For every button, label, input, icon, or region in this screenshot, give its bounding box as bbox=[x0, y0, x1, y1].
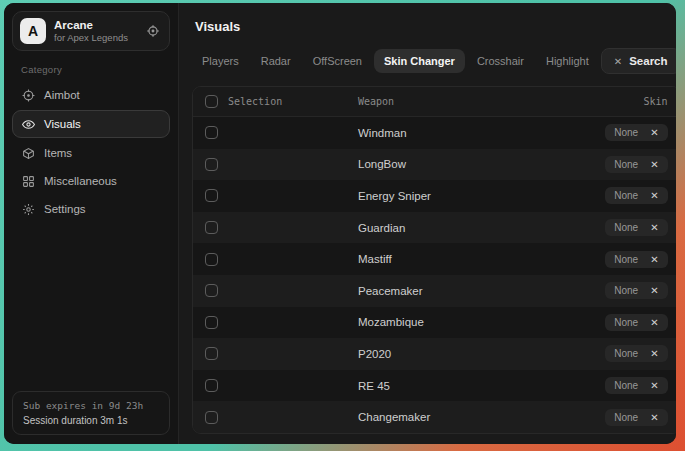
brand-logo: A bbox=[20, 18, 46, 44]
row-checkbox[interactable] bbox=[205, 379, 218, 392]
clear-skin-icon[interactable]: ✕ bbox=[650, 127, 658, 138]
table-header: Selection Weapon Skin bbox=[193, 87, 676, 117]
sidebar-item-aimbot[interactable]: Aimbot bbox=[12, 82, 170, 108]
brand-name: Arcane bbox=[54, 18, 128, 32]
category-label: Category bbox=[21, 64, 178, 75]
weapon-name: Windman bbox=[358, 127, 407, 139]
skin-value: None bbox=[614, 412, 638, 423]
clear-skin-icon[interactable]: ✕ bbox=[650, 222, 658, 233]
eye-icon bbox=[22, 118, 35, 131]
tab-highlight[interactable]: Highlight bbox=[536, 49, 599, 73]
weapon-name: Peacemaker bbox=[358, 285, 423, 297]
row-checkbox[interactable] bbox=[205, 126, 218, 139]
weapon-name: Mozambique bbox=[358, 316, 424, 328]
sidebar-item-items[interactable]: Items bbox=[12, 140, 170, 166]
row-checkbox[interactable] bbox=[205, 158, 218, 171]
skin-value: None bbox=[614, 285, 638, 296]
weapon-name: Guardian bbox=[358, 222, 405, 234]
target-icon[interactable] bbox=[146, 24, 160, 38]
row-checkbox[interactable] bbox=[205, 316, 218, 329]
main-panel: Visuals Players Radar OffScreen Skin Cha… bbox=[178, 3, 676, 444]
clear-skin-icon[interactable]: ✕ bbox=[650, 254, 658, 265]
weapon-name: P2020 bbox=[358, 348, 391, 360]
app-window: A Arcane for Apex Legends Category bbox=[4, 3, 676, 444]
table-row: Mozambique None ✕ bbox=[193, 307, 676, 339]
skin-value: None bbox=[614, 127, 638, 138]
weapon-name: Mastiff bbox=[358, 253, 392, 265]
clear-skin-icon[interactable]: ✕ bbox=[650, 380, 658, 391]
row-checkbox[interactable] bbox=[205, 347, 218, 360]
clear-skin-icon[interactable]: ✕ bbox=[650, 285, 658, 296]
search-button[interactable]: ✕ Search bbox=[601, 48, 676, 74]
tab-offscreen[interactable]: OffScreen bbox=[303, 49, 372, 73]
sub-expiry-text: Sub expires in 9d 23h bbox=[23, 400, 159, 411]
table-row: Guardian None ✕ bbox=[193, 212, 676, 244]
sidebar: A Arcane for Apex Legends Category bbox=[4, 3, 178, 444]
skin-badge[interactable]: None ✕ bbox=[605, 409, 667, 426]
sidebar-item-label: Miscellaneous bbox=[44, 175, 117, 187]
skin-value: None bbox=[614, 254, 638, 265]
table-row: LongBow None ✕ bbox=[193, 149, 676, 181]
column-header-selection: Selection bbox=[228, 96, 282, 107]
sidebar-item-settings[interactable]: Settings bbox=[12, 196, 170, 222]
skin-badge[interactable]: None ✕ bbox=[605, 156, 667, 173]
skin-badge[interactable]: None ✕ bbox=[605, 187, 667, 204]
clear-skin-icon[interactable]: ✕ bbox=[650, 190, 658, 201]
search-button-label: Search bbox=[629, 55, 667, 67]
clear-skin-icon[interactable]: ✕ bbox=[650, 159, 658, 170]
subscription-info: Sub expires in 9d 23h Session duration 3… bbox=[12, 391, 170, 435]
weapon-name: Changemaker bbox=[358, 411, 430, 423]
column-header-skin: Skin bbox=[643, 96, 667, 107]
table-row: RE 45 None ✕ bbox=[193, 370, 676, 402]
weapon-name: LongBow bbox=[358, 158, 406, 170]
select-all-checkbox[interactable] bbox=[205, 95, 218, 108]
clear-skin-icon[interactable]: ✕ bbox=[650, 412, 658, 423]
gear-icon bbox=[22, 203, 35, 216]
skin-value: None bbox=[614, 317, 638, 328]
skin-badge[interactable]: None ✕ bbox=[605, 124, 667, 141]
skin-badge[interactable]: None ✕ bbox=[605, 345, 667, 362]
table-row: Changemaker None ✕ bbox=[193, 401, 676, 433]
sidebar-item-visuals[interactable]: Visuals bbox=[12, 110, 170, 138]
column-header-weapon: Weapon bbox=[358, 96, 394, 107]
skin-badge[interactable]: None ✕ bbox=[605, 219, 667, 236]
tab-players[interactable]: Players bbox=[192, 49, 249, 73]
tab-bar: Players Radar OffScreen Skin Changer Cro… bbox=[192, 48, 676, 74]
sidebar-item-label: Items bbox=[44, 147, 72, 159]
row-checkbox[interactable] bbox=[205, 411, 218, 424]
skin-badge[interactable]: None ✕ bbox=[605, 251, 667, 268]
search-icon: ✕ bbox=[614, 56, 622, 67]
tab-skin-changer[interactable]: Skin Changer bbox=[374, 49, 465, 73]
sidebar-item-miscellaneous[interactable]: Miscellaneous bbox=[12, 168, 170, 194]
skin-badge[interactable]: None ✕ bbox=[605, 377, 667, 394]
brand-subtitle: for Apex Legends bbox=[54, 32, 128, 44]
skin-value: None bbox=[614, 380, 638, 391]
sidebar-item-label: Settings bbox=[44, 203, 86, 215]
box-icon bbox=[22, 147, 35, 160]
brand-card: A Arcane for Apex Legends bbox=[12, 11, 170, 51]
table-row: Energy Sniper None ✕ bbox=[193, 180, 676, 212]
row-checkbox[interactable] bbox=[205, 189, 218, 202]
table-row: Windman None ✕ bbox=[193, 117, 676, 149]
skin-value: None bbox=[614, 348, 638, 359]
weapon-name: Energy Sniper bbox=[358, 190, 431, 202]
row-checkbox[interactable] bbox=[205, 253, 218, 266]
tab-crosshair[interactable]: Crosshair bbox=[467, 49, 534, 73]
crosshair-icon bbox=[22, 89, 35, 102]
skin-value: None bbox=[614, 222, 638, 233]
grid-icon bbox=[22, 175, 35, 188]
skin-badge[interactable]: None ✕ bbox=[605, 282, 667, 299]
skin-table: Selection Weapon Skin Windman None ✕ Lon… bbox=[192, 86, 676, 434]
weapon-name: RE 45 bbox=[358, 380, 390, 392]
row-checkbox[interactable] bbox=[205, 221, 218, 234]
sidebar-item-label: Visuals bbox=[44, 118, 81, 130]
sidebar-item-label: Aimbot bbox=[44, 89, 80, 101]
table-row: Mastiff None ✕ bbox=[193, 243, 676, 275]
session-duration-text: Session duration 3m 1s bbox=[23, 415, 159, 426]
skin-badge[interactable]: None ✕ bbox=[605, 314, 667, 331]
clear-skin-icon[interactable]: ✕ bbox=[650, 317, 658, 328]
clear-skin-icon[interactable]: ✕ bbox=[650, 348, 658, 359]
page-title: Visuals bbox=[195, 19, 676, 34]
tab-radar[interactable]: Radar bbox=[251, 49, 301, 73]
row-checkbox[interactable] bbox=[205, 284, 218, 297]
